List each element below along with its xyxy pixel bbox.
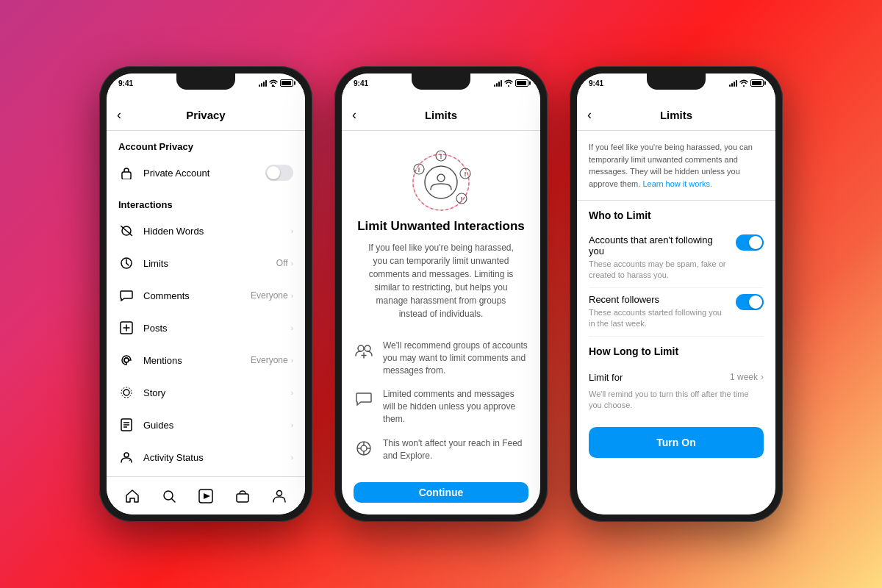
- status-bar-3: 9:41: [577, 74, 775, 100]
- status-bar-1: 9:41: [107, 74, 305, 100]
- limits-hero-title: Limit Unwanted Interactions: [357, 219, 525, 234]
- hidden-words-icon: [118, 223, 135, 239]
- tab-reels[interactable]: [198, 488, 214, 504]
- feature-text-3: This won't affect your reach in Feed and…: [383, 437, 528, 462]
- story-icon: [118, 384, 135, 401]
- svg-point-39: [365, 345, 370, 351]
- phone-2: 9:41 ‹ Limits: [334, 66, 548, 522]
- signal-icon-2: [494, 80, 502, 87]
- svg-line-20: [172, 498, 176, 502]
- feature-icon-1: [354, 340, 374, 361]
- feature-text-1: We'll recommend groups of accounts you m…: [383, 340, 528, 376]
- activity-status-icon: [118, 449, 135, 465]
- signal-icon-3: [729, 80, 737, 87]
- private-account-toggle[interactable]: [265, 165, 293, 181]
- svg-point-38: [358, 345, 364, 351]
- svg-text:!: !: [418, 166, 420, 173]
- nav-title-3: Limits: [660, 109, 692, 121]
- activity-status-item[interactable]: Activity Status ›: [107, 441, 305, 473]
- status-bar-2: 9:41: [342, 74, 540, 100]
- limits-label: Limits: [143, 258, 276, 269]
- account-privacy-header: Account Privacy: [107, 131, 305, 157]
- svg-point-28: [425, 166, 457, 198]
- svg-point-24: [277, 490, 282, 495]
- activity-status-label: Activity Status: [143, 452, 291, 463]
- tab-profile[interactable]: [271, 488, 287, 504]
- comments-value: Everyone: [251, 290, 288, 301]
- guides-icon: [118, 417, 135, 433]
- limits3-learn-link[interactable]: Learn how it works.: [642, 179, 712, 188]
- tab-home[interactable]: [124, 488, 140, 504]
- mentions-item[interactable]: Mentions Everyone ›: [107, 344, 305, 376]
- svg-point-25: [508, 85, 509, 87]
- limits3-content: If you feel like you're being harassed, …: [577, 131, 775, 514]
- posts-label: Posts: [143, 323, 291, 334]
- status-icons-2: [494, 79, 528, 87]
- limits-chevron: ›: [291, 259, 293, 268]
- feature-text-2: Limited comments and messages will be hi…: [383, 388, 528, 425]
- story-chevron: ›: [291, 389, 293, 397]
- limits3-intro: If you feel like you're being harassed, …: [577, 131, 775, 201]
- phone-3: 9:41 ‹ Limits If you feel li: [570, 66, 783, 522]
- guides-label: Guides: [143, 420, 291, 431]
- nav-bar-3: ‹ Limits: [577, 100, 775, 131]
- tab-search[interactable]: [161, 488, 177, 504]
- accounts-not-following-item: Accounts that aren't following you These…: [589, 229, 764, 288]
- status-icons-3: [729, 79, 764, 87]
- private-account-label: Private Account: [143, 168, 265, 179]
- mentions-value: Everyone: [251, 355, 288, 365]
- limit-for-chevron: ›: [761, 372, 764, 382]
- limits-item[interactable]: Limits Off ›: [107, 247, 305, 279]
- limit-for-value: 1 week: [730, 372, 758, 382]
- limit-for-label: Limit for: [589, 372, 623, 383]
- story-item[interactable]: Story ›: [107, 376, 305, 409]
- reminder-text: We'll remind you to turn this off after …: [589, 386, 764, 419]
- feature-item-3: This won't affect your reach in Feed and…: [354, 437, 528, 462]
- svg-text:!: !: [461, 196, 463, 203]
- back-button-3[interactable]: ‹: [587, 107, 592, 123]
- limit-for-row[interactable]: Limit for 1 week ›: [589, 365, 764, 386]
- recent-followers-toggle[interactable]: [736, 294, 764, 310]
- status-icons-1: [259, 79, 293, 87]
- private-account-item[interactable]: Private Account: [107, 157, 305, 189]
- back-button-2[interactable]: ‹: [352, 107, 356, 123]
- turn-on-button[interactable]: Turn On: [589, 427, 764, 458]
- limits-illustration: ! ! ! !: [404, 146, 478, 219]
- hidden-words-item[interactable]: Hidden Words ›: [107, 215, 305, 247]
- svg-rect-23: [237, 494, 248, 502]
- comments-chevron: ›: [291, 292, 293, 300]
- activity-status-chevron: ›: [291, 453, 293, 462]
- comments-item[interactable]: Comments Everyone ›: [107, 279, 305, 312]
- battery-icon-3: [750, 79, 764, 87]
- story-label: Story: [143, 387, 291, 398]
- svg-text:!: !: [465, 171, 467, 178]
- limits-intro-content: ! ! ! ! Limit Unwanted Interactions If y…: [342, 131, 540, 514]
- feature-item-2: Limited comments and messages will be hi…: [354, 388, 528, 425]
- item2-title: Recent followers: [589, 294, 728, 305]
- limits-feature-list: We'll recommend groups of accounts you m…: [342, 340, 540, 473]
- nav-title-2: Limits: [425, 109, 457, 121]
- accounts-not-following-toggle[interactable]: [736, 234, 764, 251]
- time-3: 9:41: [589, 79, 603, 87]
- svg-point-0: [273, 85, 274, 87]
- continue-button[interactable]: Continue: [354, 482, 528, 503]
- recent-followers-item: Recent followers These accounts started …: [589, 288, 764, 337]
- posts-item[interactable]: Posts ›: [107, 312, 305, 344]
- mentions-chevron: ›: [291, 356, 293, 365]
- tab-shop[interactable]: [234, 488, 251, 504]
- guides-chevron: ›: [291, 421, 293, 429]
- mentions-icon: [118, 352, 135, 368]
- hidden-words-label: Hidden Words: [143, 226, 291, 237]
- svg-point-29: [437, 174, 445, 182]
- nav-bar-2: ‹ Limits: [342, 100, 540, 131]
- battery-icon: [280, 79, 293, 87]
- messages-item[interactable]: Messages ›: [107, 473, 305, 476]
- how-long-section: How Long to Limit Limit for 1 week › We'…: [577, 337, 775, 419]
- back-button-1[interactable]: ‹: [117, 107, 121, 123]
- hidden-words-chevron: ›: [291, 227, 293, 235]
- signal-icon: [259, 80, 267, 87]
- posts-icon: [118, 320, 135, 336]
- item1-desc: These accounts may be spam, fake or crea…: [589, 259, 728, 282]
- item1-title: Accounts that aren't following you: [589, 234, 728, 257]
- guides-item[interactable]: Guides ›: [107, 409, 305, 441]
